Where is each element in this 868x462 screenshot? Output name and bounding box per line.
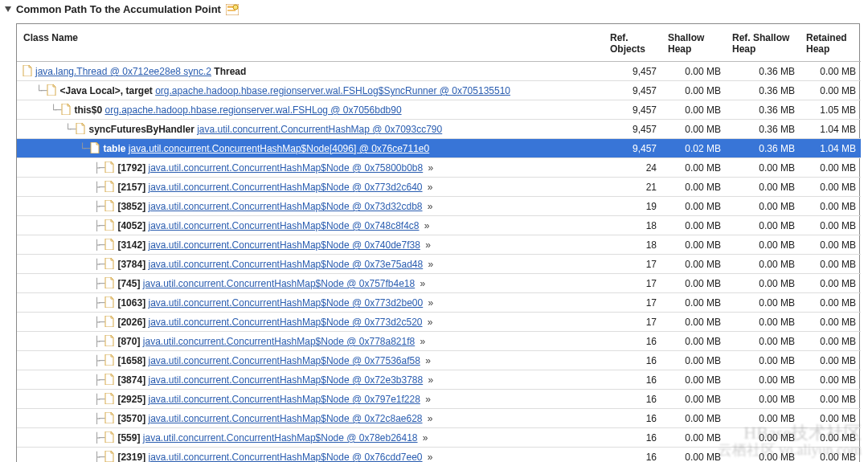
cell-retained-heap: 0.00 MB (800, 448, 861, 463)
object-link[interactable]: java.util.concurrent.ConcurrentHashMap$N… (143, 432, 418, 444)
cell-ref-objects: 17 (604, 255, 661, 274)
cell-ref-objects: 19 (604, 197, 661, 216)
row-field-name: [1063] (117, 297, 148, 309)
cell-shallow-heap: 0.00 MB (661, 428, 726, 448)
table-row[interactable]: ├─ [1658] java.util.concurrent.Concurren… (17, 351, 861, 370)
object-link[interactable]: org.apache.hadoop.hbase.regionserver.wal… (104, 104, 401, 116)
cell-shallow-heap: 0.00 MB (661, 100, 726, 120)
col-ref-shallow-heap[interactable]: Ref. Shallow Heap (726, 24, 800, 62)
table-row[interactable]: ├─ [3784] java.util.concurrent.Concurren… (17, 255, 861, 274)
cell-class-name: ├─ [1063] java.util.concurrent.Concurren… (17, 293, 604, 313)
tree-branch-icon: ├─ (94, 317, 104, 328)
tree-branch-icon: ├─ (94, 201, 104, 212)
object-link[interactable]: java.util.concurrent.ConcurrentHashMap$N… (148, 182, 422, 193)
object-icon (104, 219, 115, 231)
cell-ref-shallow-heap: 0.00 MB (726, 158, 800, 178)
expand-hint-icon[interactable]: » (420, 239, 431, 251)
table-row[interactable]: ├─ [3142] java.util.concurrent.Concurren… (17, 235, 861, 255)
cell-retained-heap: 1.04 MB (800, 139, 861, 158)
tree-branch-icon: ├─ (94, 413, 104, 424)
expand-hint-icon[interactable]: » (423, 413, 433, 424)
tree-branch-icon: ├─ (94, 259, 104, 270)
object-link[interactable]: java.util.concurrent.ConcurrentHashMap$N… (148, 201, 422, 212)
object-link[interactable]: java.util.concurrent.ConcurrentHashMap$N… (143, 336, 415, 347)
table-row[interactable]: └─ syncFuturesByHandler java.util.concur… (17, 120, 861, 139)
expand-hint-icon[interactable]: » (415, 336, 425, 347)
object-link[interactable]: java.util.concurrent.ConcurrentHashMap$N… (148, 355, 420, 366)
object-link[interactable]: java.util.concurrent.ConcurrentHashMap$N… (148, 452, 422, 462)
col-shallow-heap[interactable]: Shallow Heap (661, 24, 726, 62)
svg-rect-1 (227, 6, 233, 8)
object-link[interactable]: java.util.concurrent.ConcurrentHashMap$N… (148, 239, 420, 251)
object-icon (104, 181, 115, 193)
cell-shallow-heap: 0.00 MB (661, 448, 726, 463)
table-row[interactable]: ├─ [2925] java.util.concurrent.Concurren… (17, 390, 861, 409)
cell-shallow-heap: 0.00 MB (661, 255, 726, 274)
row-field-name: [3874] (117, 374, 148, 386)
table-row[interactable]: ├─ [2026] java.util.concurrent.Concurren… (17, 313, 861, 332)
expand-hint-icon[interactable]: » (423, 162, 433, 174)
cell-shallow-heap: 0.00 MB (661, 158, 726, 178)
object-link[interactable]: java.util.concurrent.ConcurrentHashMap @… (197, 124, 442, 135)
object-link[interactable]: java.util.concurrent.ConcurrentHashMap$N… (148, 162, 423, 174)
expand-hint-icon[interactable]: » (423, 182, 433, 193)
table-row[interactable]: ├─ [4052] java.util.concurrent.Concurren… (17, 216, 861, 235)
cell-retained-heap: 0.00 MB (800, 351, 861, 370)
tree-branch-icon: ├─ (94, 297, 104, 309)
cell-class-name: ├─ [3570] java.util.concurrent.Concurren… (17, 409, 604, 428)
expand-hint-icon[interactable]: » (423, 317, 433, 328)
object-icon (89, 142, 100, 154)
expand-hint-icon[interactable]: » (423, 297, 433, 309)
col-ref-objects[interactable]: Ref. Objects (604, 24, 661, 62)
expand-hint-icon[interactable]: » (420, 394, 431, 405)
cell-retained-heap: 1.05 MB (800, 100, 861, 120)
table-row[interactable]: └─ <Java Local>, target org.apache.hadoo… (17, 81, 861, 100)
object-link[interactable]: java.util.concurrent.ConcurrentHashMap$N… (148, 374, 423, 386)
object-link[interactable]: java.lang.Thread @ 0x712ee28e8 sync.2 (35, 66, 211, 77)
object-link[interactable]: java.util.concurrent.ConcurrentHashMap$N… (129, 143, 429, 154)
cell-ref-objects: 17 (604, 274, 661, 293)
object-link[interactable]: java.util.concurrent.ConcurrentHashMap$N… (148, 297, 423, 309)
table-row[interactable]: ├─ [870] java.util.concurrent.Concurrent… (17, 332, 861, 351)
expand-hint-icon[interactable]: » (420, 220, 430, 231)
cell-ref-objects: 9,457 (604, 120, 661, 139)
row-field-name: [559] (117, 432, 142, 444)
table-row[interactable]: ├─ [745] java.util.concurrent.Concurrent… (17, 274, 861, 293)
table-row[interactable]: ├─ [2319] java.util.concurrent.Concurren… (17, 448, 861, 463)
expand-hint-icon[interactable]: » (420, 355, 431, 366)
disclosure-toggle-icon[interactable] (5, 6, 11, 12)
cell-class-name: ├─ [3852] java.util.concurrent.Concurren… (17, 197, 604, 216)
col-retained-heap[interactable]: Retained Heap (800, 24, 861, 62)
table-row[interactable]: ├─ [3874] java.util.concurrent.Concurren… (17, 370, 861, 390)
object-link[interactable]: java.util.concurrent.ConcurrentHashMap$N… (148, 413, 422, 424)
expand-hint-icon[interactable]: » (423, 452, 433, 462)
expand-hint-icon[interactable]: » (418, 432, 428, 444)
expand-hint-icon[interactable]: » (415, 278, 425, 289)
tree-branch-icon: └─ (36, 85, 46, 96)
expand-hint-icon[interactable]: » (423, 374, 433, 386)
expand-hint-icon[interactable]: » (423, 259, 433, 270)
table-row[interactable]: └─ table java.util.concurrent.Concurrent… (17, 139, 861, 158)
object-icon (104, 200, 115, 212)
object-link[interactable]: java.util.concurrent.ConcurrentHashMap$N… (148, 317, 422, 328)
table-row[interactable]: ├─ [2157] java.util.concurrent.Concurren… (17, 178, 861, 197)
table-row[interactable]: └─ this$0 org.apache.hadoop.hbase.region… (17, 100, 861, 120)
cell-ref-shallow-heap: 0.00 MB (726, 313, 800, 332)
object-link[interactable]: java.util.concurrent.ConcurrentHashMap$N… (148, 394, 420, 405)
cell-ref-objects: 9,457 (604, 139, 661, 158)
object-link[interactable]: java.util.concurrent.ConcurrentHashMap$N… (148, 259, 423, 270)
expand-hint-icon[interactable]: » (423, 201, 433, 212)
table-row[interactable]: ├─ [3570] java.util.concurrent.Concurren… (17, 409, 861, 428)
object-link[interactable]: org.apache.hadoop.hbase.regionserver.wal… (155, 85, 510, 96)
tree-branch-icon: ├─ (94, 278, 104, 289)
col-class-name[interactable]: Class Name (17, 24, 604, 62)
table-row[interactable]: ├─ [1063] java.util.concurrent.Concurren… (17, 293, 861, 313)
object-link[interactable]: java.util.concurrent.ConcurrentHashMap$N… (148, 220, 419, 231)
table-row[interactable]: ├─ [559] java.util.concurrent.Concurrent… (17, 428, 861, 448)
table-row[interactable]: ├─ [3852] java.util.concurrent.Concurren… (17, 197, 861, 216)
cell-ref-objects: 16 (604, 428, 661, 448)
table-row[interactable]: ├─ [1792] java.util.concurrent.Concurren… (17, 158, 861, 178)
table-row[interactable]: java.lang.Thread @ 0x712ee28e8 sync.2 Th… (17, 62, 861, 81)
cell-retained-heap: 0.00 MB (800, 255, 861, 274)
object-link[interactable]: java.util.concurrent.ConcurrentHashMap$N… (143, 278, 415, 289)
